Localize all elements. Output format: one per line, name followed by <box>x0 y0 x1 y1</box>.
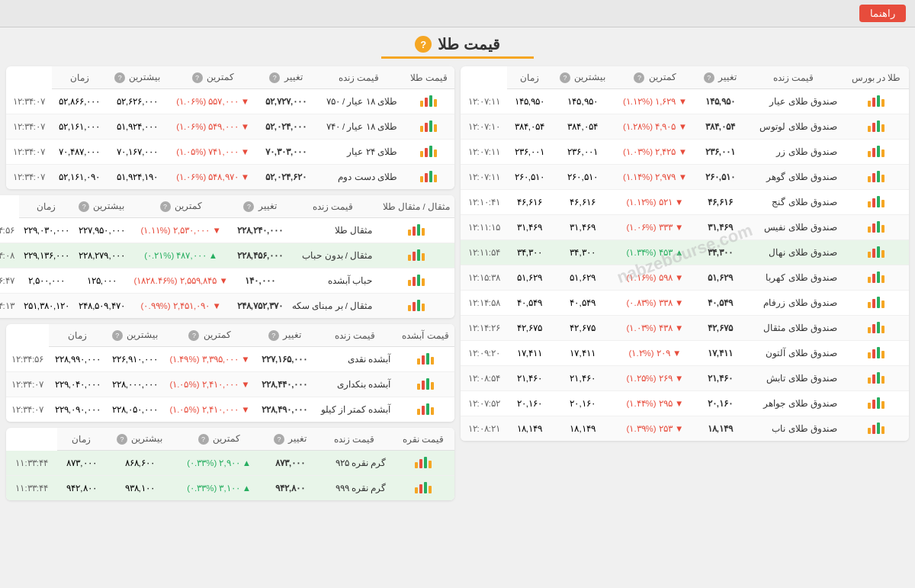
change-info-icon[interactable]: ? <box>704 72 714 83</box>
row-name: صندوق طلای گنج <box>744 190 843 215</box>
chart-icon[interactable] <box>416 376 435 391</box>
abs-change-info[interactable]: ? <box>268 330 279 341</box>
table-row: مثقال / بدون حباب۲۲۸,۴۵۶,۰۰۰▲ ۴۸۷,۰۰۰ (۰… <box>0 243 454 268</box>
chart-icon-cell[interactable] <box>843 416 909 442</box>
chart-icon-cell[interactable] <box>403 89 454 114</box>
chart-icon[interactable] <box>866 345 886 360</box>
chart-icon[interactable] <box>419 118 438 133</box>
svg-rect-50 <box>877 397 880 409</box>
gold-min-info[interactable]: ? <box>192 72 203 83</box>
chart-icon[interactable] <box>416 401 435 416</box>
chart-icon[interactable] <box>406 297 426 313</box>
row-name: صندوق طلای نفیس <box>744 215 843 240</box>
chart-icon[interactable] <box>866 219 886 234</box>
chart-icon[interactable] <box>866 194 886 209</box>
chart-icon[interactable] <box>866 118 886 133</box>
chart-icon-cell[interactable] <box>843 140 909 165</box>
chart-icon[interactable] <box>866 370 886 385</box>
silver-max-info[interactable]: ? <box>117 434 127 445</box>
col-mithqal-time: زمان <box>19 195 74 218</box>
row-name: گرم نقره ۹۹۹ <box>316 476 392 501</box>
chart-icon[interactable] <box>866 320 886 335</box>
min-info-icon[interactable]: ? <box>634 72 644 83</box>
col-abs-price: قیمت زنده <box>313 324 396 347</box>
silver-min-info[interactable]: ? <box>198 434 209 445</box>
row-time: ۱۲:۱۴:۵۸ <box>461 291 507 316</box>
table-row: صندوق طلای گوهر۲۶۰,۵۱۰▼ ۲,۹۷۹ (۱.۱۴%)۲۶۰… <box>461 165 909 190</box>
chart-icon-cell[interactable] <box>378 268 454 294</box>
gold-max-info[interactable]: ? <box>114 72 125 83</box>
svg-rect-47 <box>881 376 884 384</box>
chart-icon-cell[interactable] <box>403 165 454 190</box>
chart-icon-cell[interactable] <box>843 215 909 240</box>
mithqal-change-info[interactable]: ? <box>243 201 254 212</box>
chart-icon-cell[interactable] <box>843 190 909 215</box>
chart-icon[interactable] <box>866 169 886 184</box>
row-change: ▼ ۴۳۸ (۱.۰۳%) <box>614 316 696 341</box>
svg-rect-54 <box>877 423 880 434</box>
chart-icon[interactable] <box>419 169 438 184</box>
chart-icon-cell[interactable] <box>843 391 909 416</box>
chart-icon[interactable] <box>866 143 886 159</box>
chart-icon-cell[interactable] <box>396 347 454 372</box>
chart-icon[interactable] <box>866 294 886 310</box>
svg-rect-105 <box>419 484 422 493</box>
chart-icon-cell[interactable] <box>378 218 454 243</box>
gold-change-info[interactable]: ? <box>269 72 280 83</box>
chart-icon[interactable] <box>406 247 426 262</box>
svg-rect-98 <box>426 403 429 415</box>
chart-icon[interactable] <box>419 93 438 108</box>
rahnama-button[interactable]: راهنما <box>859 5 906 22</box>
chart-icon[interactable] <box>413 455 433 470</box>
chart-icon-cell[interactable] <box>843 341 909 366</box>
gold-price-table: قیمت طلا قیمت زنده تغییر ? کمترین ? بیشت… <box>6 66 454 189</box>
chart-icon[interactable] <box>866 269 886 284</box>
row-name: گرم نقره ۹۲۵ <box>316 451 392 476</box>
mithqal-min-info[interactable]: ? <box>160 201 171 212</box>
chart-icon-cell[interactable] <box>843 89 909 114</box>
abs-max-info[interactable]: ? <box>112 330 123 341</box>
max-info-icon[interactable]: ? <box>560 72 570 83</box>
mithqal-max-info[interactable]: ? <box>79 201 89 212</box>
chart-icon-cell[interactable] <box>843 265 909 291</box>
chart-icon-cell[interactable] <box>396 397 454 423</box>
chart-icon-cell[interactable] <box>378 243 454 268</box>
chart-icon-cell[interactable] <box>403 114 454 140</box>
chart-icon[interactable] <box>413 480 433 495</box>
chart-icon-cell[interactable] <box>378 294 454 319</box>
svg-rect-89 <box>422 355 425 365</box>
row-change: ▼ ۴,۹۰۵ (۱.۲۸%) <box>614 114 696 140</box>
svg-rect-92 <box>417 384 420 390</box>
chart-icon-cell[interactable] <box>403 140 454 165</box>
svg-rect-71 <box>434 175 437 182</box>
chart-icon[interactable] <box>866 395 886 410</box>
row-time: ۱۲:۰۷:۱۰ <box>461 114 507 140</box>
chart-icon-cell[interactable] <box>392 476 454 501</box>
chart-icon[interactable] <box>406 272 426 288</box>
svg-rect-0 <box>868 101 871 107</box>
chart-icon-cell[interactable] <box>843 291 909 316</box>
chart-icon[interactable] <box>406 222 426 237</box>
chart-icon[interactable] <box>866 244 886 259</box>
svg-rect-7 <box>881 124 884 132</box>
help-icon[interactable]: ? <box>415 36 432 53</box>
chart-icon[interactable] <box>866 420 886 435</box>
row-max: ۵۱,۶۲۹ <box>507 265 551 291</box>
chart-icon-cell[interactable] <box>843 114 909 140</box>
chart-icon[interactable] <box>416 351 435 366</box>
chart-icon-cell[interactable] <box>843 240 909 265</box>
chart-icon-cell[interactable] <box>392 451 454 476</box>
chart-icon-cell[interactable] <box>843 316 909 341</box>
chart-icon-cell[interactable] <box>843 366 909 391</box>
chart-icon-cell[interactable] <box>843 165 909 190</box>
svg-rect-19 <box>881 200 884 207</box>
col-name: طلا در بورس <box>843 66 909 89</box>
chart-icon[interactable] <box>419 143 438 159</box>
chart-icon[interactable] <box>866 93 886 108</box>
row-price: ۱۴۰,۰۰۰ <box>233 268 287 294</box>
table-row: صندوق طلای عیار۱۴۵,۹۵۰▼ ۱,۶۲۹ (۱.۱۲%)۱۴۵… <box>461 89 909 114</box>
row-min: ۲۳۶,۰۰۱ <box>551 140 614 165</box>
chart-icon-cell[interactable] <box>396 372 454 397</box>
silver-change-info[interactable]: ? <box>274 434 284 445</box>
abs-min-info[interactable]: ? <box>188 330 199 341</box>
